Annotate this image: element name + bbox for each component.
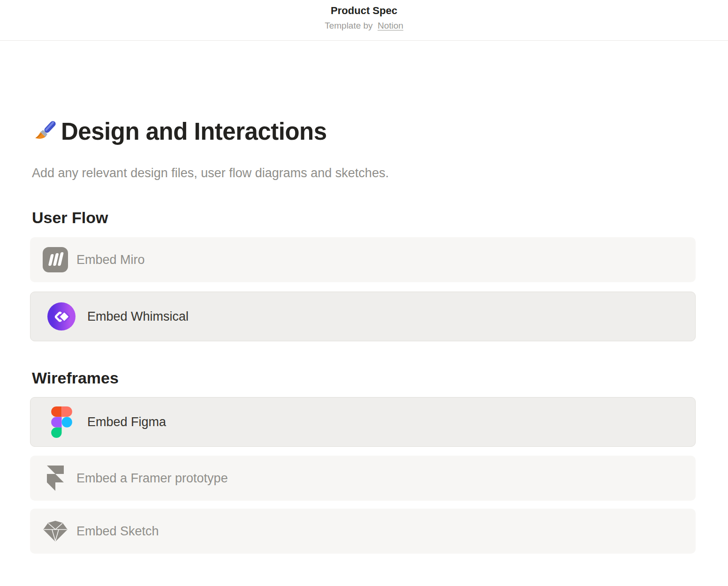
embed-placeholder-figma[interactable]: Embed Figma	[30, 397, 696, 447]
notion-link[interactable]: Notion	[378, 21, 403, 30]
byline: Template by Notion	[0, 20, 728, 32]
embed-label: Embed Miro	[76, 252, 145, 268]
embed-label: Embed Figma	[87, 414, 166, 430]
sketch-icon	[42, 515, 68, 548]
figma-icon	[47, 406, 76, 438]
embed-placeholder-framer[interactable]: Embed a Framer prototype	[30, 456, 696, 501]
embed-placeholder-miro[interactable]: Embed Miro	[30, 237, 696, 282]
whimsical-icon	[47, 300, 76, 333]
window-title: Product Spec	[0, 4, 728, 18]
embed-placeholder-whimsical[interactable]: Embed Whimsical	[30, 292, 696, 341]
embed-placeholder-sketch[interactable]: Embed Sketch	[30, 509, 696, 554]
doc-title-row: Design and Interactions	[32, 117, 696, 146]
miro-icon	[42, 243, 68, 276]
page-title: Design and Interactions	[61, 117, 327, 146]
framer-icon	[42, 462, 68, 495]
embed-label: Embed Whimsical	[87, 308, 189, 324]
embed-label: Embed a Framer prototype	[76, 470, 228, 486]
embed-label: Embed Sketch	[76, 523, 159, 539]
section-heading-wireframes: Wireframes	[32, 368, 696, 388]
page-header: Product Spec Template by Notion	[0, 0, 728, 41]
section-heading-user-flow: User Flow	[32, 208, 696, 227]
page-subtitle: Add any relevant design files, user flow…	[32, 165, 696, 181]
document-body: Design and Interactions Add any relevant…	[0, 117, 728, 554]
byline-prefix: Template by	[325, 21, 372, 30]
paintbrush-icon	[32, 118, 59, 145]
